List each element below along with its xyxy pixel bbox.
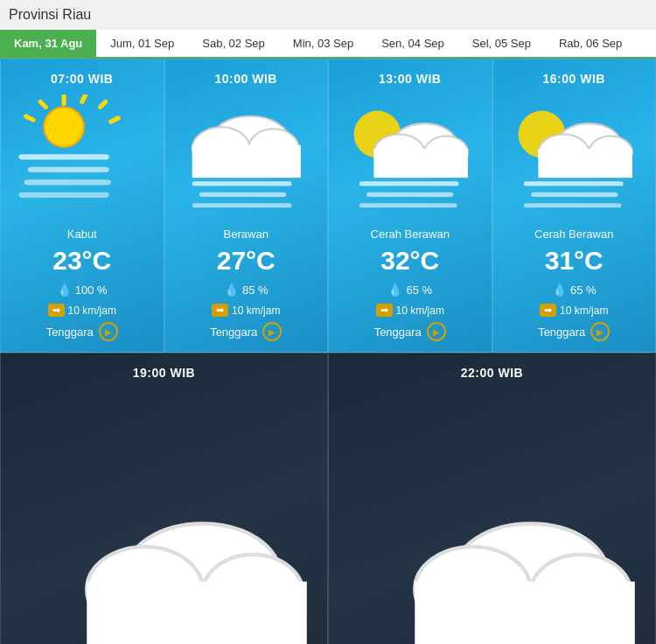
forecast-card-4: 19:00 WIB Cerah Berawan 28°C 💧 75 % ➡ xyxy=(0,353,328,644)
wind-row-3: ➡ 10 km/jam xyxy=(502,304,647,317)
weather-icon-0 xyxy=(10,94,155,219)
svg-rect-7 xyxy=(18,154,108,159)
direction-label-1: Tenggara xyxy=(210,326,257,339)
tab-jum01[interactable]: Jum, 01 Sep xyxy=(96,30,188,57)
temperature-3: 31°C xyxy=(502,246,647,276)
wind-speed-1: 10 km/jam xyxy=(232,304,280,317)
forecast-card-2: 13:00 WIB Cerah Berawan 32°C 💧 65 % xyxy=(328,59,492,353)
svg-rect-24 xyxy=(366,192,453,197)
direction-row-3: Tenggara ▶ xyxy=(502,322,647,341)
weather-desc-1: Berawan xyxy=(174,228,319,241)
wind-speed-3: 10 km/jam xyxy=(560,304,608,317)
svg-rect-37 xyxy=(87,582,307,644)
direction-circle-3: ▶ xyxy=(590,322,610,341)
wind-arrow-0: ➡ xyxy=(48,304,65,317)
humidity-value-0: 100 % xyxy=(75,284,108,297)
forecast-card-5: 22:00 WIB Cerah Berawan 26°C 💧 75 % ➡ xyxy=(328,353,656,644)
svg-line-4 xyxy=(40,102,45,107)
weather-icon-1 xyxy=(174,94,319,219)
tab-rab06[interactable]: Rab, 06 Sep xyxy=(545,30,636,57)
weather-icon-3 xyxy=(502,94,647,219)
weather-desc-2: Cerah Berawan xyxy=(338,228,483,241)
forecast-card-1: 10:00 WIB Berawan 27°C 💧 85 % ➡ 10 km/ja… xyxy=(164,59,329,353)
svg-line-2 xyxy=(100,102,105,107)
svg-line-3 xyxy=(111,118,118,122)
page-title: Provinsi Riau xyxy=(0,0,656,30)
humidity-row-2: 💧 65 % xyxy=(338,283,483,297)
svg-line-1 xyxy=(82,94,86,102)
time-label-4: 19:00 WIB xyxy=(10,366,318,380)
humidity-value-1: 85 % xyxy=(242,284,269,297)
direction-label-2: Tenggara xyxy=(374,326,422,339)
direction-circle-0: ▶ xyxy=(99,322,118,341)
weather-icon-4 xyxy=(10,388,318,644)
direction-label-3: Tenggara xyxy=(538,326,585,339)
svg-rect-17 xyxy=(192,203,291,207)
svg-rect-31 xyxy=(523,181,623,186)
humidity-row-0: 💧 100 % xyxy=(10,283,155,297)
forecast-card-0: 07:00 WIB Kabut xyxy=(0,59,164,353)
time-label-0: 07:00 WIB xyxy=(10,72,155,86)
direction-circle-1: ▶ xyxy=(262,322,282,341)
direction-row-2: Tenggara ▶ xyxy=(338,322,483,341)
svg-rect-30 xyxy=(538,149,632,178)
wind-arrow-2: ➡ xyxy=(376,304,393,317)
humidity-value-2: 65 % xyxy=(406,284,432,297)
humidity-row-1: 💧 85 % xyxy=(174,283,319,297)
svg-rect-32 xyxy=(531,192,618,197)
weather-icon-5 xyxy=(338,388,646,644)
tab-kam31[interactable]: Kam, 31 Agu xyxy=(0,30,96,57)
direction-label-0: Tenggara xyxy=(46,326,94,339)
humidity-row-3: 💧 65 % xyxy=(502,283,647,297)
humidity-value-3: 65 % xyxy=(570,284,597,297)
weather-desc-0: Kabut xyxy=(10,228,155,241)
wind-arrow-1: ➡ xyxy=(212,304,228,317)
tab-min03[interactable]: Min, 03 Sep xyxy=(279,30,367,57)
svg-rect-10 xyxy=(18,192,108,198)
time-label-3: 16:00 WIB xyxy=(502,72,647,86)
top-row: 07:00 WIB Kabut xyxy=(0,59,656,353)
tab-sab02[interactable]: Sab, 02 Sep xyxy=(188,30,279,57)
svg-rect-15 xyxy=(192,181,291,186)
bottom-row: 19:00 WIB Cerah Berawan 28°C 💧 75 % ➡ xyxy=(0,353,656,644)
temperature-1: 27°C xyxy=(174,246,319,276)
droplet-icon-1: 💧 xyxy=(224,283,239,297)
wind-row-0: ➡ 10 km/jam xyxy=(10,304,155,317)
svg-point-6 xyxy=(44,107,84,147)
wind-speed-2: 10 km/jam xyxy=(396,304,444,317)
wind-row-1: ➡ 10 km/jam xyxy=(174,304,319,317)
direction-row-1: Tenggara ▶ xyxy=(174,322,319,341)
weather-desc-3: Cerah Berawan xyxy=(502,228,647,241)
svg-rect-33 xyxy=(523,203,621,207)
forecast-card-3: 16:00 WIB Cerah Berawan 31°C 💧 65 % xyxy=(492,59,657,353)
svg-rect-22 xyxy=(373,149,468,178)
droplet-icon-3: 💧 xyxy=(552,283,567,297)
svg-rect-14 xyxy=(192,145,300,178)
tabs-bar: Kam, 31 Agu Jum, 01 Sep Sab, 02 Sep Min,… xyxy=(0,30,656,59)
svg-rect-9 xyxy=(24,179,111,185)
temperature-0: 23°C xyxy=(10,246,155,276)
time-label-2: 13:00 WIB xyxy=(338,72,483,86)
svg-rect-23 xyxy=(359,181,459,186)
tab-sel05[interactable]: Sel, 05 Sep xyxy=(458,30,545,57)
weather-icon-2 xyxy=(338,94,483,219)
droplet-icon-2: 💧 xyxy=(387,283,402,297)
direction-circle-2: ▶ xyxy=(427,322,446,341)
wind-row-2: ➡ 10 km/jam xyxy=(338,304,483,317)
direction-row-0: Tenggara ▶ xyxy=(10,322,155,341)
svg-line-5 xyxy=(26,116,33,120)
wind-speed-0: 10 km/jam xyxy=(68,304,116,317)
svg-rect-43 xyxy=(415,582,635,644)
svg-rect-16 xyxy=(199,192,285,197)
droplet-icon-0: 💧 xyxy=(57,283,72,297)
svg-rect-25 xyxy=(359,203,457,207)
time-label-1: 10:00 WIB xyxy=(174,72,319,86)
tab-sen04[interactable]: Sen, 04 Sep xyxy=(367,30,458,57)
svg-rect-8 xyxy=(28,167,109,172)
time-label-5: 22:00 WIB xyxy=(338,366,646,380)
temperature-2: 32°C xyxy=(338,246,483,276)
wind-arrow-3: ➡ xyxy=(540,304,556,317)
